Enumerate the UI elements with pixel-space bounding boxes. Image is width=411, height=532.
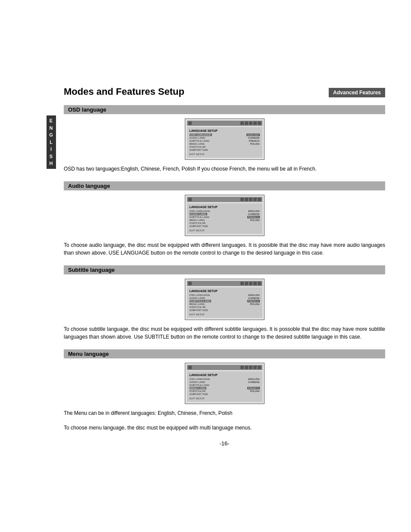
osd-section: OSD language LANGUAGE SETUP — [64, 105, 385, 173]
audio-description: To choose audio language, the disc must … — [64, 241, 385, 257]
menu-description-2: To choose menu language, the disc must b… — [64, 424, 385, 432]
side-tab-english: ENGLISH — [47, 115, 56, 169]
subtitle-description: To choose subtitle language, the disc mu… — [64, 325, 385, 341]
subtitle-section-header: Subtitle language — [64, 265, 385, 274]
subtitle-section: Subtitle language LANGUAGE SETUP — [64, 265, 385, 341]
header-row: Modes and Features Setup Advanced Featur… — [64, 86, 385, 97]
subtitle-screen-mockup: LANGUAGE SETUP OSD LANGUAGE ENGLISH AUDI… — [185, 279, 265, 320]
osd-description: OSD has two languages:English, Chinese, … — [64, 165, 385, 173]
audio-screen-mockup: LANGUAGE SETUP OSD LANGUAGE ENGLISH AUDI… — [185, 195, 265, 236]
osd-screen-mockup: LANGUAGE SETUP OSD LANGUAGE ENGLISH AUDI… — [185, 118, 265, 160]
screen-top-bar-3 — [187, 281, 262, 286]
screen-top-bar-2 — [187, 197, 262, 202]
osd-section-header: OSD language — [64, 105, 385, 114]
subtitle-screen-body: LANGUAGE SETUP OSD LANGUAGE ENGLISH AUDI… — [187, 287, 262, 318]
advanced-badge: Advanced Features — [329, 88, 385, 97]
audio-section: Audio language LANGUAGE SETUP — [64, 181, 385, 257]
page-title: Modes and Features Setup — [64, 86, 184, 97]
menu-screen-body: LANGUAGE SETUP OSD LANGUAGE ENGLISH AUDI… — [187, 371, 262, 402]
osd-screen-body: LANGUAGE SETUP OSD LANGUAGE ENGLISH AUDI… — [187, 127, 262, 158]
menu-section-header: Menu language — [64, 349, 385, 358]
menu-screen-mockup: LANGUAGE SETUP OSD LANGUAGE ENGLISH AUDI… — [185, 363, 265, 404]
menu-section: Menu language LANGUAGE SETUP — [64, 349, 385, 432]
screen-top-bar-4 — [187, 365, 262, 370]
audio-section-header: Audio language — [64, 181, 385, 190]
audio-screen-body: LANGUAGE SETUP OSD LANGUAGE ENGLISH AUDI… — [187, 203, 262, 234]
screen-buttons — [240, 121, 261, 125]
page-number: -16- — [64, 440, 385, 447]
main-content: Modes and Features Setup Advanced Featur… — [64, 0, 385, 447]
page: ENGLISH Modes and Features Setup Advance… — [0, 0, 411, 532]
screen-top-bar — [187, 121, 262, 126]
menu-description-1: The Menu can be in different languages: … — [64, 409, 385, 417]
screen-icon — [188, 121, 192, 125]
